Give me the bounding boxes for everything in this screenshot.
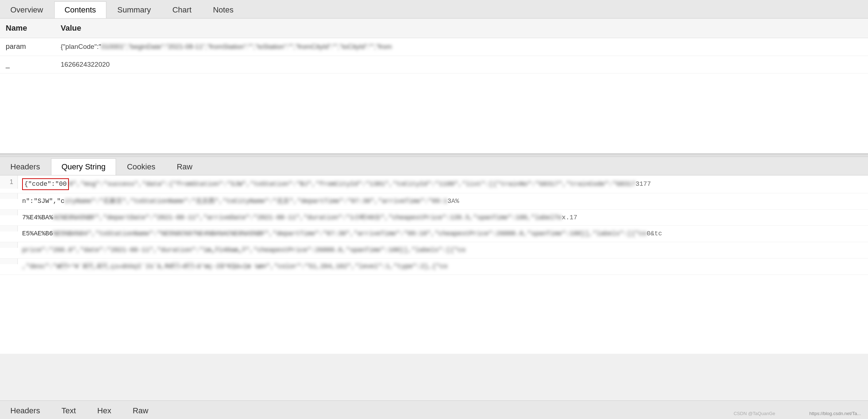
tab-footer-headers[interactable]: Headers	[0, 402, 50, 419]
tab-footer-raw[interactable]: Raw	[122, 402, 159, 419]
code-line-row: n":"SJW","cityName":"石家庄","toStationName…	[0, 193, 868, 210]
line-number-empty	[0, 193, 18, 199]
footer-url-note: https://blog.csdn.net/Ta...	[809, 411, 861, 416]
blurred-code-3: AC%E8%A5%BF","departDate":"2021-08-11","…	[53, 214, 562, 221]
code-line-row: price":"260.0","date":"2021-08-11","dura…	[0, 242, 868, 259]
line-number: 1	[0, 175, 18, 189]
code-visible-3: 7%E4%BA%	[22, 214, 53, 221]
code-line-row: E5%AE%B6%E5%BA%84","toStationName":"%E5%…	[0, 226, 868, 242]
code-line-row: 1 {"code":"000","msg":"success","data":{…	[0, 175, 868, 193]
line-content-5: price":"260.0","date":"2021-08-11","dura…	[18, 242, 868, 258]
table-header: Name Value	[0, 19, 868, 38]
tab-contents[interactable]: Contents	[54, 1, 106, 18]
line-content: {"code":"000","msg":"success","data":{"f…	[18, 175, 868, 193]
tab-query-string[interactable]: Query String	[51, 158, 116, 175]
line-content-3: 7%E4%BA%AC%E8%A5%BF","departDate":"2021-…	[18, 210, 868, 226]
bottom-tab-bar: Headers Query String Cookies Raw	[0, 157, 868, 175]
panel-divider	[0, 154, 868, 157]
param-value-blurred: 010001","beginDate":"2021-08-11","fromSt…	[101, 43, 392, 50]
row-param-name: param	[0, 42, 57, 51]
line-number-empty	[0, 210, 18, 215]
param-value-visible: {"planCode":"	[61, 43, 101, 50]
code-visible-2: n":"SJW","c	[22, 198, 65, 205]
tab-notes[interactable]: Notes	[203, 1, 244, 18]
blurred-code-2: ityName":"石家庄","toStationName":"北京西","to…	[65, 198, 448, 205]
line-content-2: n":"SJW","cityName":"石家庄","toStationName…	[18, 193, 868, 209]
tab-cookies[interactable]: Cookies	[117, 158, 166, 175]
line-content-6: ,"desc":"æ•³¥¨ã‚ã‚ç±»ä½½çC¨ï¼ˆä,Ré›é…	[18, 259, 868, 275]
blurred-code-6: ,"desc":"æ•³¥¨ã‚ã‚ç±»ä½½çC¨ï¼ˆä,Ré›é…	[22, 263, 448, 270]
col-value-header: Value	[57, 24, 868, 33]
line-number-empty	[0, 242, 18, 248]
highlighted-code-start: {"code":"00	[22, 178, 69, 190]
tab-summary[interactable]: Summary	[107, 1, 161, 18]
row-underscore-name: _	[0, 60, 57, 68]
tab-overview[interactable]: Overview	[0, 1, 54, 18]
tab-chart[interactable]: Chart	[162, 1, 202, 18]
right-edge-2: 3A%	[448, 198, 459, 205]
bottom-panel: 1 {"code":"000","msg":"success","data":{…	[0, 175, 868, 354]
blurred-code-1: 0","msg":"success","data":{"fromStation"…	[69, 180, 636, 188]
blurred-code-5: price":"260.0","date":"2021-08-11","dura…	[22, 246, 465, 254]
col-name-header: Name	[0, 24, 57, 33]
right-edge-1: 3177	[636, 180, 651, 188]
footer-tab-bar: Headers Text Hex Raw https://blog.csdn.n…	[0, 400, 868, 419]
tab-footer-hex[interactable]: Hex	[87, 402, 122, 419]
upper-panel: Name Value param {"planCode":"010001","b…	[0, 19, 868, 154]
csdn-watermark: CSDN @TaQuanGe	[733, 411, 775, 416]
tab-raw[interactable]: Raw	[166, 158, 203, 175]
tab-footer-text[interactable]: Text	[51, 402, 86, 419]
top-tab-bar: Overview Contents Summary Chart Notes	[0, 0, 868, 19]
row-timestamp-value: 1626624322020	[57, 60, 868, 70]
code-line-row: 7%E4%BA%AC%E8%A5%BF","departDate":"2021-…	[0, 210, 868, 226]
code-line-row: ,"desc":"æ•³¥¨ã‚ã‚ç±»ä½½çC¨ï¼ˆä,Ré›é…	[0, 259, 868, 275]
blurred-code-4: %E5%BA%84","toStationName":"%E5%8C%97%E4…	[53, 230, 646, 237]
line-number-empty	[0, 259, 18, 264]
line-content-4: E5%AE%B6%E5%BA%84","toStationName":"%E5%…	[18, 226, 868, 242]
right-edge-4: 0&tc	[647, 230, 662, 237]
code-visible-4: E5%AE%B6	[22, 230, 53, 237]
table-row: param {"planCode":"010001","beginDate":"…	[0, 38, 868, 56]
line-number-empty	[0, 226, 18, 231]
code-content-area: 1 {"code":"000","msg":"success","data":{…	[0, 175, 868, 275]
row-param-value: {"planCode":"010001","beginDate":"2021-0…	[57, 42, 868, 52]
table-row: _ 1626624322020	[0, 56, 868, 74]
tab-headers[interactable]: Headers	[0, 158, 50, 175]
right-edge-3: x.17	[562, 214, 577, 221]
